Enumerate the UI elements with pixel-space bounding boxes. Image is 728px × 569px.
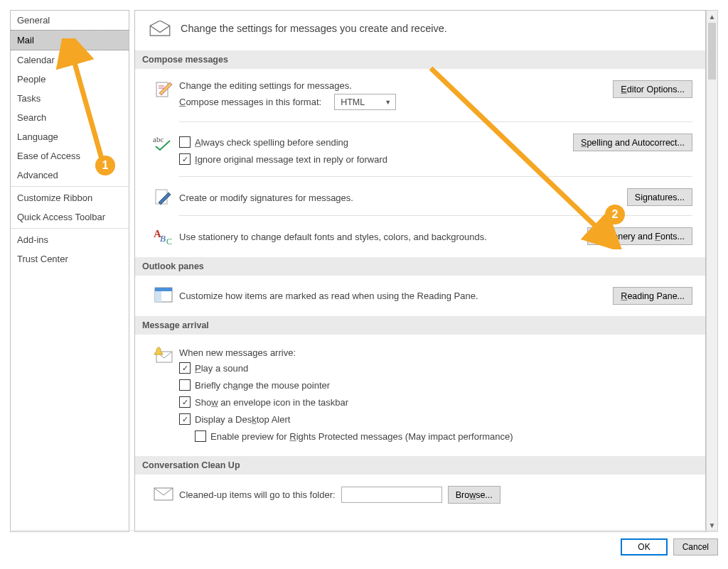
- svg-text:C: C: [166, 237, 172, 246]
- sidebar-item-mail[interactable]: Mail: [11, 30, 129, 50]
- svg-rect-10: [155, 288, 172, 291]
- annotation-badge-2: 2: [605, 205, 625, 224]
- section-compose-header: Compose messages: [135, 50, 705, 69]
- stationery-fonts-button[interactable]: Stationery and Fonts...: [587, 227, 692, 245]
- editing-settings-label: Change the editing settings for messages…: [179, 80, 613, 91]
- always-check-spelling-checkbox[interactable]: [179, 136, 191, 148]
- reading-pane-button[interactable]: Reading Pane...: [613, 287, 692, 305]
- browse-button[interactable]: Browse...: [448, 486, 500, 504]
- sidebar-item-general[interactable]: General: [11, 11, 129, 30]
- envelope-icon: [149, 21, 171, 36]
- sidebar-item-tasks[interactable]: Tasks: [11, 89, 129, 108]
- sidebar-item-calendar[interactable]: Calendar: [11, 50, 129, 70]
- annotation-badge-1: 1: [95, 156, 115, 175]
- svg-text:abc: abc: [153, 135, 164, 143]
- editor-options-button[interactable]: Editor Options...: [613, 80, 692, 98]
- desktop-alert-label: Display a Desktop Alert: [195, 414, 290, 425]
- stationery-label: Use stationery to change default fonts a…: [179, 232, 487, 242]
- rights-protected-checkbox[interactable]: [195, 430, 206, 442]
- page-title: Change the settings for messages you cre…: [181, 23, 447, 34]
- svg-text:B: B: [160, 233, 166, 244]
- dialog-footer: OK Cancel: [10, 530, 718, 559]
- sidebar-item-language[interactable]: Language: [11, 127, 129, 146]
- cleanup-folder-input[interactable]: [341, 487, 442, 503]
- sidebar-item-customize-ribbon[interactable]: Customize Ribbon: [11, 188, 129, 207]
- spelling-autocorrect-button[interactable]: Spelling and Autocorrect...: [573, 134, 692, 151]
- reading-pane-icon: [154, 287, 173, 303]
- mouse-pointer-label: Briefly change the mouse pointer: [195, 380, 330, 391]
- play-sound-label: Play a sound: [195, 363, 248, 374]
- settings-content: Change the settings for messages you cre…: [134, 10, 706, 532]
- envelope-taskbar-checkbox[interactable]: [179, 396, 191, 408]
- stationery-icon: A B C: [154, 227, 173, 246]
- ok-button[interactable]: OK: [621, 538, 667, 556]
- category-sidebar: General Mail Calendar People Tasks Searc…: [10, 10, 129, 532]
- svg-rect-11: [155, 291, 161, 302]
- cancel-button[interactable]: Cancel: [673, 538, 718, 556]
- scroll-thumb[interactable]: [708, 23, 716, 80]
- sidebar-item-add-ins[interactable]: Add-ins: [11, 230, 129, 249]
- section-panes-header: Outlook panes: [135, 257, 705, 276]
- spellcheck-icon: abc: [153, 134, 174, 151]
- options-dialog: General Mail Calendar People Tasks Searc…: [4, 4, 724, 565]
- ignore-original-checkbox[interactable]: [179, 153, 191, 165]
- signature-icon: [154, 188, 173, 207]
- sidebar-item-search[interactable]: Search: [11, 108, 129, 127]
- page-header: Change the settings for messages you cre…: [135, 11, 705, 50]
- chevron-down-icon: ▼: [385, 99, 391, 106]
- arrival-intro-label: When new messages arrive:: [179, 346, 692, 359]
- envelope-taskbar-label: Show an envelope icon in the taskbar: [195, 397, 348, 408]
- mouse-pointer-checkbox[interactable]: [179, 379, 191, 391]
- section-cleanup-header: Conversation Clean Up: [135, 456, 705, 475]
- compose-format-dropdown[interactable]: HTML ▼: [334, 94, 396, 110]
- edit-icon: [154, 80, 173, 99]
- play-sound-checkbox[interactable]: [179, 362, 191, 374]
- vertical-scrollbar[interactable]: ▲ ▼: [706, 10, 718, 532]
- sidebar-item-quick-access-toolbar[interactable]: Quick Access Toolbar: [11, 207, 129, 227]
- bell-envelope-icon: [154, 346, 173, 364]
- reading-pane-label: Customize how items are marked as read w…: [179, 291, 478, 301]
- compose-format-label: Compose messages in this format:: [179, 97, 321, 107]
- ignore-original-label: Ignore original message text in reply or…: [195, 154, 387, 165]
- signatures-label: Create or modify signatures for messages…: [179, 193, 353, 203]
- sidebar-item-people[interactable]: People: [11, 70, 129, 89]
- section-arrival-header: Message arrival: [135, 316, 705, 335]
- cleanup-envelope-icon: [154, 486, 173, 502]
- always-check-spelling-label: Always check spelling before sending: [195, 137, 348, 148]
- cleanup-folder-label: Cleaned-up items will go to this folder:: [179, 489, 336, 500]
- rights-protected-label: Enable preview for Rights Protected mess…: [210, 431, 513, 442]
- sidebar-item-trust-center[interactable]: Trust Center: [11, 249, 129, 269]
- desktop-alert-checkbox[interactable]: [179, 413, 191, 425]
- signatures-button[interactable]: Signatures...: [627, 188, 692, 206]
- scroll-up-arrow-icon[interactable]: ▲: [707, 11, 717, 23]
